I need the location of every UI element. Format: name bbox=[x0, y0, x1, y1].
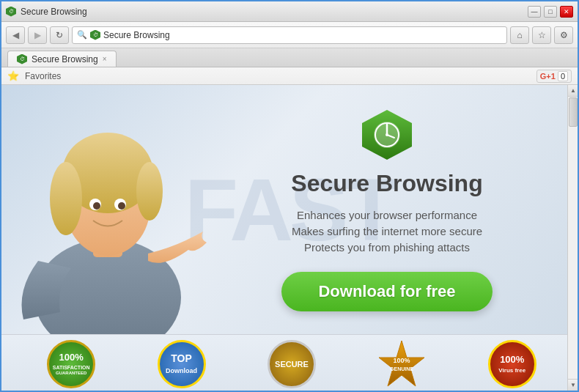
toolbar: ◀ ▶ ↻ 🔍 ⏱ Secure Browsing ⌂ ☆ ⚙ bbox=[1, 22, 578, 48]
address-text: Secure Browsing bbox=[103, 30, 502, 40]
hero-section: FAST bbox=[1, 85, 578, 334]
title-text: Secure Browsing bbox=[21, 7, 87, 17]
badge-3-line1: SECURE bbox=[275, 360, 309, 369]
gplus-count: 0 bbox=[558, 71, 568, 81]
svg-point-4 bbox=[50, 162, 82, 235]
google-plus-box[interactable]: G+1 0 bbox=[536, 70, 572, 83]
badge-1-line2: SATISFACTION bbox=[53, 364, 90, 371]
minimize-button[interactable]: — bbox=[528, 6, 541, 18]
scrollbar-thumb[interactable] bbox=[569, 97, 578, 127]
badge-2-line2: Download bbox=[166, 366, 197, 377]
title-bar: ⏱ Secure Browsing — □ ✕ bbox=[1, 1, 578, 22]
download-button[interactable]: Download for free bbox=[281, 272, 492, 311]
badge-1-line1: 100% bbox=[59, 352, 84, 364]
badge-virusfree-circle: 100% Virus free bbox=[488, 340, 536, 388]
forward-button[interactable]: ▶ bbox=[28, 26, 47, 44]
settings-button[interactable]: ⚙ bbox=[554, 26, 573, 44]
gplus-label: G+1 bbox=[540, 72, 556, 81]
address-bar[interactable]: 🔍 ⏱ Secure Browsing bbox=[72, 26, 507, 44]
close-button[interactable]: ✕ bbox=[560, 6, 573, 18]
badge-1-line3: GUARANTEED bbox=[56, 371, 86, 377]
title-favicon: ⏱ bbox=[6, 7, 16, 17]
tab-close-button[interactable]: × bbox=[103, 55, 107, 63]
svg-text:100%: 100% bbox=[394, 357, 410, 364]
app-icon-svg bbox=[361, 108, 413, 161]
window-controls: — □ ✕ bbox=[528, 6, 573, 18]
badge-genuine: 100% GENUINE bbox=[376, 339, 427, 390]
maximize-button[interactable]: □ bbox=[544, 6, 557, 18]
badge-top-download: TOP Download bbox=[156, 339, 207, 390]
tab-bar: ⏱ Secure Browsing × bbox=[1, 48, 578, 67]
favorites-button[interactable]: ☆ bbox=[532, 26, 551, 44]
active-tab[interactable]: ⏱ Secure Browsing × bbox=[7, 51, 117, 67]
favorites-bar: ⭐ Favorites G+1 0 bbox=[1, 67, 578, 85]
scroll-down-button[interactable]: ▼ bbox=[568, 379, 578, 391]
svg-point-8 bbox=[93, 202, 100, 210]
person-svg bbox=[1, 85, 207, 334]
badge-secure-circle: SECURE bbox=[268, 340, 316, 388]
feature-2: Makes surfing the internet more secure bbox=[292, 225, 482, 237]
svg-point-9 bbox=[118, 202, 125, 210]
features-list: Enhances your browser performance Makes … bbox=[292, 209, 482, 257]
badge-secure: SECURE bbox=[266, 339, 317, 390]
badge-virusfree: 100% Virus free bbox=[487, 339, 538, 390]
home-button[interactable]: ⌂ bbox=[510, 26, 529, 44]
svg-point-15 bbox=[386, 133, 388, 136]
address-favicon: ⏱ bbox=[90, 30, 100, 40]
badge-top-circle: TOP Download bbox=[158, 340, 206, 388]
scrollbar[interactable]: ▲ ▼ bbox=[567, 85, 578, 391]
badge-5-line1: 100% bbox=[500, 353, 524, 366]
search-icon: 🔍 bbox=[77, 30, 87, 40]
badge-2-line1: TOP bbox=[171, 351, 192, 366]
hero-title: Secure Browsing bbox=[291, 170, 482, 197]
refresh-button[interactable]: ↻ bbox=[50, 26, 69, 44]
svg-text:GENUINE: GENUINE bbox=[390, 366, 413, 371]
hero-content: Secure Browsing Enhances your browser pe… bbox=[207, 94, 567, 326]
badges-section: 100% SATISFACTION GUARANTEED TOP Downloa… bbox=[1, 334, 578, 391]
tab-label: Secure Browsing bbox=[32, 54, 98, 64]
badge-satisfaction: 100% SATISFACTION GUARANTEED bbox=[45, 339, 97, 390]
badge-satisfaction-circle: 100% SATISFACTION GUARANTEED bbox=[47, 340, 95, 388]
content-area: ▲ ▼ FAST bbox=[1, 85, 578, 391]
favorites-label: Favorites bbox=[25, 71, 61, 81]
tab-favicon: ⏱ bbox=[17, 54, 27, 64]
badge-5-line2: Virus free bbox=[498, 366, 525, 374]
scroll-up-button[interactable]: ▲ bbox=[568, 85, 578, 97]
svg-point-5 bbox=[136, 162, 163, 221]
browser-window: ⏱ Secure Browsing — □ ✕ ◀ ▶ ↻ 🔍 ⏱ Secure… bbox=[0, 0, 579, 392]
app-icon-container bbox=[361, 108, 413, 161]
feature-3: Protects you from phishing attacts bbox=[292, 241, 482, 254]
feature-1: Enhances your browser performance bbox=[292, 209, 482, 221]
person-image bbox=[1, 85, 207, 334]
favorites-icon: ⭐ bbox=[7, 70, 19, 81]
badge-genuine-svg: 100% GENUINE bbox=[376, 339, 427, 390]
back-button[interactable]: ◀ bbox=[6, 26, 25, 44]
